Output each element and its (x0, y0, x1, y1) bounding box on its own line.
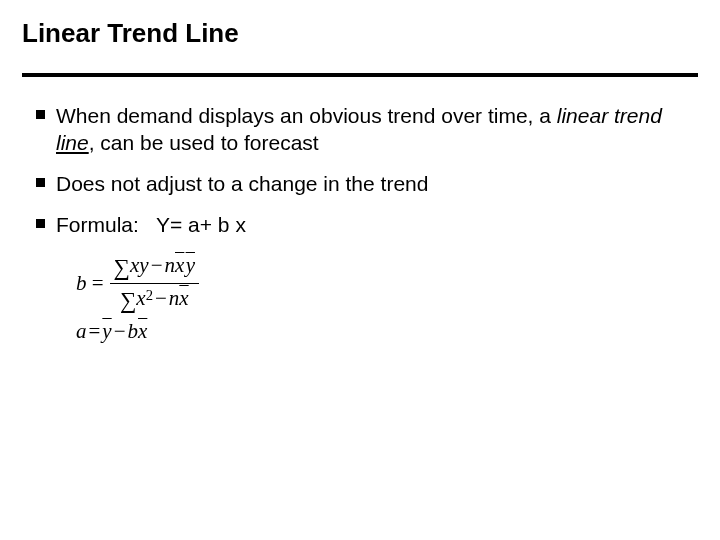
num-xy: xy (130, 253, 149, 277)
bullet-item-2: Does not adjust to a change in the trend (30, 171, 690, 198)
a-xbar: x (138, 319, 147, 343)
slide-title: Linear Trend Line (22, 18, 698, 49)
num-minus: − (149, 253, 165, 277)
den-x: x (136, 286, 145, 310)
bullet-list: When demand displays an obvious trend ov… (22, 103, 698, 239)
num-ybar: y (186, 253, 195, 277)
b1-pre: When demand displays an obvious trend ov… (56, 104, 557, 127)
title-divider (22, 73, 698, 77)
b3-label: Formula: (56, 213, 139, 236)
a-ybar: y (102, 319, 111, 343)
num-n: n (165, 253, 176, 277)
b3-eq: Y= a+ b x (156, 213, 246, 236)
den-sq: 2 (146, 287, 153, 303)
bullet-item-3: Formula: Y= a+ b x (30, 212, 690, 239)
den-xbar: x (179, 286, 188, 310)
b1-italic-underline: line (56, 131, 89, 154)
slide: Linear Trend Line When demand displays a… (0, 0, 720, 540)
b1-post: , can be used to forecast (89, 131, 319, 154)
b-equals: = (92, 271, 104, 295)
b-numerator: ∑xy−nx y (110, 253, 199, 283)
a-minus: − (112, 319, 128, 343)
b-fraction: ∑xy−nx y ∑x2−nx (110, 253, 199, 314)
formula-block: b = ∑xy−nx y ∑x2−nx a=y−bx (76, 253, 698, 344)
formula-b: b = ∑xy−nx y ∑x2−nx (76, 253, 698, 314)
sigma-icon-2: ∑ (120, 288, 136, 314)
a-lhs: a (76, 319, 87, 343)
a-b: b (128, 319, 139, 343)
bullet-item-1: When demand displays an obvious trend ov… (30, 103, 690, 157)
sigma-icon-1: ∑ (114, 255, 130, 281)
a-equals: = (87, 319, 103, 343)
b-denominator: ∑x2−nx (110, 283, 199, 314)
den-n: n (169, 286, 180, 310)
formula-a: a=y−bx (76, 319, 698, 344)
den-minus: − (153, 286, 169, 310)
b-lhs: b (76, 271, 87, 295)
num-xbar: x (175, 253, 184, 277)
b1-italic-a: linear trend (557, 104, 662, 127)
